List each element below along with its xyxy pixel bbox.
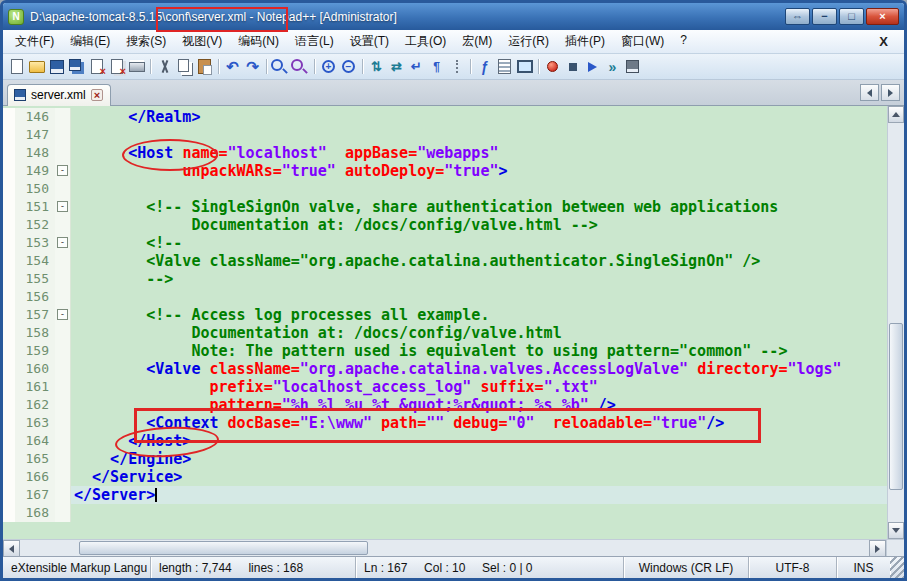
code-line[interactable]	[71, 504, 887, 522]
code-line[interactable]: <!-- Access log processes all example.	[71, 306, 887, 324]
sync-vertical-scroll-icon[interactable]	[367, 57, 386, 76]
play-macro-icon[interactable]	[583, 57, 602, 76]
document-monitor-icon[interactable]	[515, 57, 534, 76]
menu-item[interactable]: 宏(M)	[454, 30, 500, 53]
code-line[interactable]: </Realm>	[71, 108, 887, 126]
copy-icon[interactable]	[175, 57, 194, 76]
code-line[interactable]: prefix="localhost_access_log" suffix=".t…	[71, 378, 887, 396]
menu-item[interactable]: 编辑(E)	[62, 30, 118, 53]
maximize-button[interactable]: □	[839, 8, 864, 25]
code-line[interactable]: -->	[71, 270, 887, 288]
code-line[interactable]: <Host name="localhost" appBase="webapps"	[71, 144, 887, 162]
menu-item[interactable]: ?	[672, 30, 695, 53]
menu-item[interactable]: 文件(F)	[7, 30, 62, 53]
close-button[interactable]: ×	[866, 8, 899, 25]
menu-close-button[interactable]: X	[867, 34, 900, 49]
text-editor[interactable]: 146 </Realm>147148 <Host name="localhost…	[3, 106, 904, 539]
fold-collapse-icon[interactable]: -	[57, 165, 68, 176]
cut-icon[interactable]	[155, 57, 174, 76]
code-line[interactable]: Note: The pattern used is equivalent to …	[71, 342, 887, 360]
record-macro-icon[interactable]	[543, 57, 562, 76]
show-all-characters-icon[interactable]	[427, 57, 446, 76]
menu-item[interactable]: 工具(O)	[397, 30, 454, 53]
menu-item[interactable]: 设置(T)	[342, 30, 397, 53]
menu-item[interactable]: 插件(P)	[557, 30, 613, 53]
editor-row: 163 <Context docBase="E:\www" path="" de…	[3, 414, 887, 432]
code-line[interactable]: <Valve className="org.apache.catalina.va…	[71, 360, 887, 378]
scrollbar-corner	[886, 540, 904, 556]
open-file-icon[interactable]	[27, 57, 46, 76]
run-macro-multiple-icon[interactable]	[603, 57, 622, 76]
menu-item[interactable]: 编码(N)	[230, 30, 287, 53]
code-line[interactable]: </Server>	[71, 486, 887, 504]
horizontal-scrollbar[interactable]	[3, 539, 904, 556]
undo-icon[interactable]	[223, 57, 242, 76]
close-file-icon[interactable]	[87, 57, 106, 76]
replace-icon[interactable]	[291, 57, 310, 76]
code-line[interactable]: Documentation at: /docs/config/valve.htm…	[71, 324, 887, 342]
vertical-scrollbar[interactable]	[887, 106, 904, 539]
code-line[interactable]: Documentation at: /docs/config/valve.htm…	[71, 216, 887, 234]
scroll-down-button[interactable]	[888, 522, 904, 539]
vertical-scroll-track[interactable]	[888, 123, 904, 522]
menu-item[interactable]: 视图(V)	[174, 30, 230, 53]
stop-recording-icon[interactable]	[563, 57, 582, 76]
line-number: 160	[3, 360, 55, 378]
menu-item[interactable]: 运行(R)	[500, 30, 557, 53]
code-line[interactable]: </Engine>	[71, 450, 887, 468]
save-file-icon[interactable]	[47, 57, 66, 76]
scroll-up-button[interactable]	[888, 106, 904, 123]
code-line[interactable]: <!-- SingleSignOn valve, share authentic…	[71, 198, 887, 216]
code-area[interactable]: 146 </Realm>147148 <Host name="localhost…	[3, 106, 887, 539]
close-all-icon[interactable]	[107, 57, 126, 76]
menu-item[interactable]: 搜索(S)	[118, 30, 174, 53]
scroll-left-button[interactable]	[3, 540, 20, 557]
word-wrap-icon[interactable]	[407, 57, 426, 76]
save-macro-icon[interactable]	[623, 57, 642, 76]
notepadpp-window: N D:\apache-tomcat-8.5.15\conf\server.xm…	[0, 0, 907, 581]
scroll-right-button[interactable]	[869, 540, 886, 557]
document-map-icon[interactable]	[495, 57, 514, 76]
sync-horizontal-scroll-icon[interactable]	[387, 57, 406, 76]
horizontal-scroll-thumb[interactable]	[79, 541, 368, 555]
resize-grip[interactable]	[890, 557, 904, 578]
menu-item[interactable]: 语言(L)	[287, 30, 342, 53]
code-line[interactable]: pattern="%h %l %u %t &quot;%r&quot; %s %…	[71, 396, 887, 414]
print-icon[interactable]	[127, 57, 146, 76]
code-line[interactable]	[71, 180, 887, 198]
zoom-in-icon[interactable]	[319, 57, 338, 76]
tab-scroll-right-button[interactable]	[881, 84, 900, 101]
horizontal-scroll-track[interactable]	[20, 540, 869, 556]
minimize-button[interactable]: −	[812, 8, 837, 25]
redo-icon[interactable]	[243, 57, 262, 76]
function-list-icon[interactable]	[475, 57, 494, 76]
code-line[interactable]: <Valve className="org.apache.catalina.au…	[71, 252, 887, 270]
menu-item[interactable]: 窗口(W)	[613, 30, 672, 53]
save-all-icon[interactable]	[67, 57, 86, 76]
fold-collapse-icon[interactable]: -	[57, 309, 68, 320]
find-icon[interactable]	[271, 57, 290, 76]
code-line[interactable]	[71, 288, 887, 306]
toolbar-separator	[266, 59, 267, 74]
code-line[interactable]: </Host>	[71, 432, 887, 450]
tab-close-icon[interactable]	[91, 89, 103, 101]
zoom-out-icon[interactable]	[339, 57, 358, 76]
code-line[interactable]: unpackWARs="true" autoDeploy="true">	[71, 162, 887, 180]
vertical-scroll-thumb[interactable]	[889, 323, 903, 491]
line-number: 157	[3, 306, 55, 324]
title-bar[interactable]: N D:\apache-tomcat-8.5.15\conf\server.xm…	[3, 3, 904, 30]
indent-guide-icon[interactable]	[447, 57, 466, 76]
fold-collapse-icon[interactable]: -	[57, 201, 68, 212]
code-line[interactable]: <Context docBase="E:\www" path="" debug=…	[71, 414, 887, 432]
tab-server-xml[interactable]: server.xml	[7, 84, 111, 106]
fold-margin	[55, 450, 71, 468]
code-line[interactable]: <!--	[71, 234, 887, 252]
paste-icon[interactable]	[195, 57, 214, 76]
tab-scroll-left-button[interactable]	[860, 84, 879, 101]
fold-collapse-icon[interactable]: -	[57, 237, 68, 248]
toolbar-separator	[314, 59, 315, 74]
title-extra-button[interactable]: ⇔	[785, 8, 810, 25]
new-file-icon[interactable]	[7, 57, 26, 76]
code-line[interactable]: </Service>	[71, 468, 887, 486]
code-line[interactable]	[71, 126, 887, 144]
